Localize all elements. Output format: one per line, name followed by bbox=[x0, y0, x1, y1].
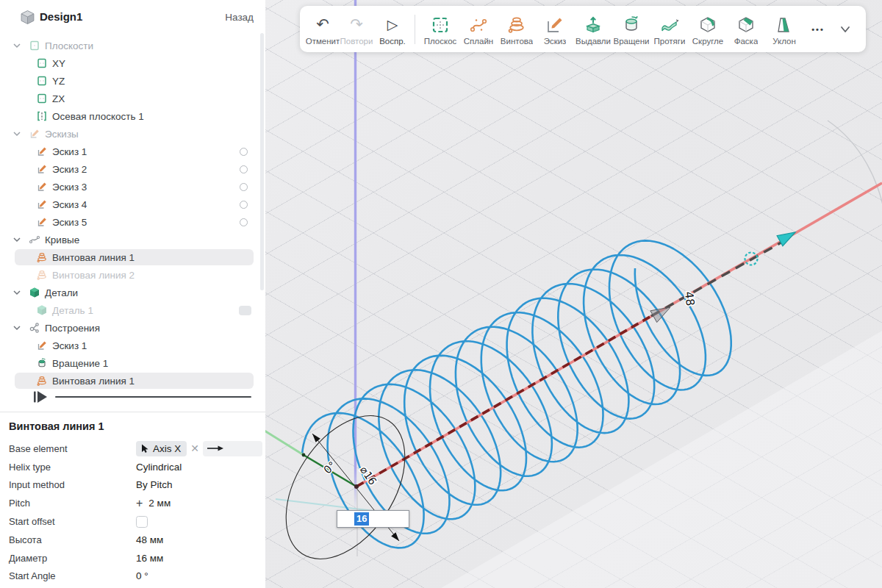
chevron-down-icon[interactable] bbox=[13, 236, 22, 243]
tree-item-feature-sketch-1[interactable]: Эскиз 1 bbox=[0, 337, 265, 354]
chevron-down-icon[interactable] bbox=[13, 130, 22, 137]
undo-icon: ↶ bbox=[316, 17, 329, 32]
extrude-icon bbox=[582, 14, 604, 36]
prop-row-diameter: Диаметр 16 мм bbox=[9, 549, 265, 567]
sketch-tool[interactable]: Эскиз bbox=[536, 13, 574, 46]
tree-item-axial-plane[interactable]: Осевая плоскость 1 bbox=[0, 107, 265, 125]
draft-tool[interactable]: Уклон bbox=[765, 13, 803, 46]
chevron-down-icon[interactable] bbox=[13, 42, 22, 49]
redo-button[interactable]: ↷ Повтори bbox=[340, 13, 373, 46]
visibility-toggle[interactable] bbox=[240, 165, 248, 173]
model-tree: Плоскости XY YZ ZX Осевая плоскость 1 Эс… bbox=[0, 37, 265, 390]
tree-item-plane-zx[interactable]: ZX bbox=[0, 90, 265, 107]
ground-highlight bbox=[441, 331, 882, 588]
tree-item-plane-yz[interactable]: YZ bbox=[0, 72, 265, 90]
tree-item-sketch-4[interactable]: Эскиз 4 bbox=[0, 196, 265, 213]
design-cube-icon bbox=[20, 10, 35, 25]
plane-icon bbox=[35, 75, 48, 87]
helix-tool[interactable]: Винтова bbox=[498, 13, 536, 46]
sketch-icon bbox=[35, 216, 48, 228]
chevron-down-icon[interactable] bbox=[13, 289, 22, 296]
tree-section-bodies[interactable]: Детали bbox=[0, 284, 265, 301]
plane-icon bbox=[35, 93, 48, 104]
z-axis[interactable] bbox=[354, 0, 356, 509]
redo-icon: ↷ bbox=[350, 17, 363, 32]
flip-direction-button[interactable] bbox=[203, 441, 262, 456]
properties-panel: Винтовая линия 1 Base element Axis X ✕ H… bbox=[0, 412, 265, 588]
visibility-toggle[interactable] bbox=[240, 218, 248, 226]
tree-item-helix-1[interactable]: Винтовая линия 1 bbox=[0, 248, 265, 266]
plane-tool[interactable]: Плоскос bbox=[421, 13, 459, 46]
origin-point[interactable] bbox=[354, 484, 359, 489]
input-method-value[interactable]: By Pitch bbox=[136, 479, 262, 490]
plane-icon bbox=[35, 57, 48, 69]
height-value[interactable]: 48 мм bbox=[136, 534, 262, 545]
base-element-chip[interactable]: Axis X bbox=[136, 441, 187, 456]
revolve-tool[interactable]: Вращени bbox=[612, 13, 650, 46]
prop-row-start-angle: Start Angle 0 ° bbox=[9, 567, 265, 586]
spline-tool[interactable]: Сплайн bbox=[459, 13, 498, 46]
tree-item-sketch-2[interactable]: Эскиз 2 bbox=[0, 160, 265, 178]
tree-item-body-1[interactable]: Деталь 1 bbox=[0, 301, 265, 319]
height-arrow-cone[interactable] bbox=[650, 307, 670, 323]
body-visibility-toggle[interactable] bbox=[239, 306, 251, 315]
spline-label: Сплайн bbox=[464, 37, 493, 46]
tree-item-sketch-3[interactable]: Эскиз 3 bbox=[0, 178, 265, 196]
start-angle-value[interactable]: 0 ° bbox=[136, 570, 262, 581]
prop-row-start-offset: Start offset bbox=[9, 512, 265, 531]
tree-item-feature-revolve-1[interactable]: Вращение 1 bbox=[0, 354, 265, 372]
tree-item-sketch-5[interactable]: Эскиз 5 bbox=[0, 213, 265, 231]
fillet-icon bbox=[697, 14, 719, 36]
start-offset-checkbox[interactable] bbox=[136, 516, 148, 528]
sweep-icon bbox=[659, 14, 681, 36]
tree-section-sketches[interactable]: Эскизы bbox=[0, 125, 265, 143]
chevron-down-icon[interactable] bbox=[13, 324, 22, 331]
back-button[interactable]: Назад bbox=[225, 12, 254, 23]
clear-selection-icon[interactable]: ✕ bbox=[190, 442, 199, 454]
chevron-down-icon bbox=[838, 22, 853, 37]
extrude-tool[interactable]: Выдавли bbox=[574, 13, 612, 46]
tree-item-plane-xy[interactable]: XY bbox=[0, 54, 265, 72]
plus-icon[interactable]: + bbox=[136, 497, 143, 510]
radius-node[interactable] bbox=[302, 453, 306, 457]
document-title: Design1 bbox=[40, 10, 82, 23]
direction-arrow-icon bbox=[207, 445, 224, 452]
undo-label: Отменит bbox=[306, 37, 340, 46]
fillet-tool[interactable]: Скругле bbox=[689, 13, 727, 46]
dimension-input[interactable]: 16 bbox=[337, 510, 409, 528]
tree-item-sketch-1[interactable]: Эскиз 1 bbox=[0, 143, 265, 160]
tree-item-feature-helix-1[interactable]: Винтовая линия 1 bbox=[0, 372, 265, 390]
helix-icon bbox=[506, 14, 528, 36]
prop-row-pitch: Pitch +2 мм bbox=[9, 494, 265, 512]
pitch-value[interactable]: 2 мм bbox=[148, 498, 171, 509]
play-button[interactable]: ▷ Воспр. bbox=[373, 13, 412, 46]
sketch-icon bbox=[35, 181, 48, 193]
sidebar-scrollbar[interactable] bbox=[260, 33, 264, 290]
tree-section-curves[interactable]: Кривые bbox=[0, 231, 265, 248]
tree-section-planes[interactable]: Плоскости bbox=[0, 37, 265, 54]
timeline-play-icon[interactable] bbox=[33, 390, 49, 404]
helix-type-value[interactable]: Cylindrical bbox=[136, 462, 262, 473]
revolve-icon bbox=[620, 14, 642, 36]
properties-title: Винтовая линия 1 bbox=[9, 420, 265, 432]
tree-item-helix-2[interactable]: Винтовая линия 2 bbox=[0, 266, 265, 284]
tree-section-features[interactable]: Построения bbox=[0, 319, 265, 337]
play-label: Воспр. bbox=[379, 37, 406, 46]
more-tools-button[interactable]: ••• bbox=[803, 25, 833, 34]
sweep-label: Протяги bbox=[654, 37, 686, 46]
timeline-track[interactable] bbox=[55, 396, 251, 398]
sweep-tool[interactable]: Протяги bbox=[650, 13, 689, 46]
sketch-label: Эскиз bbox=[544, 37, 567, 46]
collapse-toolbar-button[interactable] bbox=[833, 22, 858, 37]
dim-arrow-top bbox=[312, 434, 320, 442]
chamfer-icon bbox=[735, 14, 757, 36]
toolbar-divider bbox=[415, 15, 415, 44]
history-timeline[interactable] bbox=[0, 390, 265, 404]
visibility-toggle[interactable] bbox=[240, 201, 248, 209]
visibility-toggle[interactable] bbox=[240, 148, 248, 156]
visibility-toggle[interactable] bbox=[240, 183, 248, 191]
undo-button[interactable]: ↶ Отменит bbox=[306, 13, 340, 46]
diameter-value[interactable]: 16 мм bbox=[136, 553, 262, 564]
chamfer-tool[interactable]: Фаска bbox=[727, 13, 765, 46]
sketch-icon bbox=[35, 163, 48, 175]
